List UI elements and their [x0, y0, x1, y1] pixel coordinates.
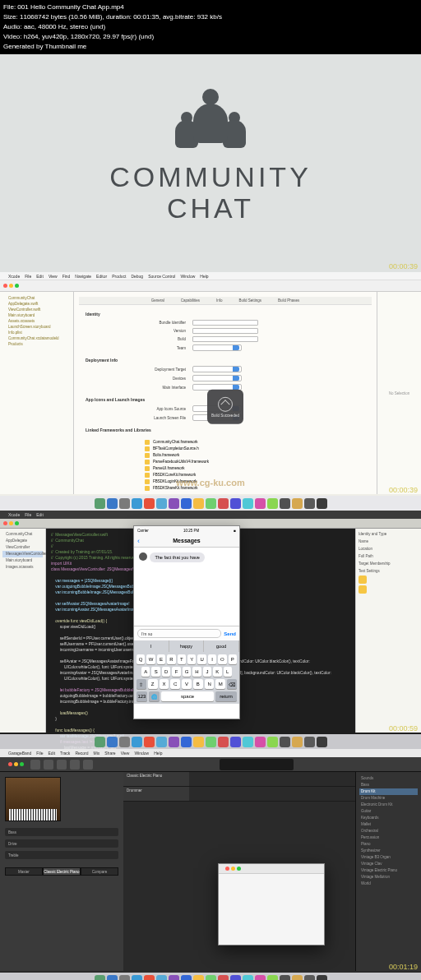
menu-item[interactable]: Mix	[94, 751, 100, 756]
keyboard-key[interactable]: O	[218, 654, 226, 664]
keyboard-key[interactable]: V	[182, 679, 192, 689]
warning-icon[interactable]	[359, 585, 367, 594]
library-item[interactable]: Mallet	[359, 821, 418, 828]
tab-build-phases[interactable]: Build Phases	[278, 298, 299, 303]
menu-item[interactable]: Xcode	[8, 274, 20, 279]
dock-app-icon[interactable]	[304, 975, 315, 981]
library-item[interactable]: Vintage Mellotron	[359, 874, 418, 881]
messages-area[interactable]: The fact that you have	[134, 548, 239, 626]
dock-app-icon[interactable]	[317, 975, 327, 981]
dock-app-icon[interactable]	[119, 498, 130, 509]
library-item[interactable]: Vintage Clav	[359, 861, 418, 867]
keyboard-key[interactable]: ⇧	[136, 679, 146, 689]
dock-app-icon[interactable]	[255, 975, 266, 981]
track-header[interactable]: Classic Electric Piano	[123, 772, 189, 786]
dock-app-icon[interactable]	[169, 737, 179, 747]
slider[interactable]: Drive	[5, 839, 118, 848]
menu-item[interactable]: View	[49, 274, 58, 279]
dock-app-icon[interactable]	[267, 737, 278, 747]
nav-item[interactable]: AppDelegate.swift	[3, 301, 70, 307]
library-item[interactable]: Sounds	[359, 775, 418, 782]
keyboard-key[interactable]: J	[203, 667, 211, 677]
dock-app-icon[interactable]	[280, 498, 290, 509]
dock-app-icon[interactable]	[255, 498, 266, 509]
minimize-icon[interactable]	[14, 762, 18, 766]
key-globe[interactable]: 🌐	[149, 691, 160, 701]
play-button[interactable]	[70, 760, 80, 770]
prediction[interactable]: I	[134, 640, 169, 652]
project-navigator[interactable]: CommunityChat AppDelegate ViewController…	[0, 529, 46, 733]
build-field[interactable]	[192, 336, 258, 342]
dock-app-icon[interactable]	[292, 498, 303, 509]
dock-app-icon[interactable]	[95, 975, 105, 981]
keyboard-key[interactable]: H	[192, 667, 201, 677]
mac-dock[interactable]	[0, 496, 421, 511]
record-button[interactable]	[83, 760, 93, 770]
tab[interactable]: Classic Electric Piano	[43, 867, 81, 876]
keyboard-key[interactable]: X	[160, 679, 169, 689]
team-dropdown[interactable]	[192, 344, 242, 351]
library-panel[interactable]: SoundsBassDrum KitDrum MachineElectronic…	[355, 772, 421, 971]
library-item[interactable]: Bass	[359, 782, 418, 788]
library-item[interactable]: World	[359, 881, 418, 887]
dock-app-icon[interactable]	[107, 737, 118, 747]
dock-app-icon[interactable]	[267, 498, 278, 509]
warning-icon[interactable]	[359, 576, 367, 584]
framework-row[interactable]: Bolts.framework	[145, 452, 372, 459]
dock-app-icon[interactable]	[243, 975, 253, 981]
minimize-icon[interactable]	[231, 867, 235, 871]
keyboard-key[interactable]: E	[157, 654, 165, 664]
key-123[interactable]: 123	[136, 691, 147, 701]
menu-item[interactable]: Edit	[48, 751, 55, 756]
dock-app-icon[interactable]	[119, 737, 130, 747]
dock-app-icon[interactable]	[206, 737, 216, 747]
dock-app-icon[interactable]	[280, 737, 290, 747]
dock-app-icon[interactable]	[292, 737, 303, 747]
nav-item[interactable]: ViewController	[2, 544, 43, 551]
dock-app-icon[interactable]	[218, 737, 229, 747]
dock-app-icon[interactable]	[230, 737, 241, 747]
smart-controls-button[interactable]	[44, 760, 53, 770]
menu-item[interactable]: File	[36, 751, 43, 756]
dock-app-icon[interactable]	[206, 498, 216, 509]
slider[interactable]: Bass	[5, 828, 118, 836]
keyboard-key[interactable]: M	[215, 679, 225, 689]
menu-item[interactable]: File	[25, 512, 31, 517]
dock-app-icon[interactable]	[255, 737, 266, 747]
dock-app-icon[interactable]	[156, 498, 167, 509]
zoom-icon[interactable]	[15, 521, 19, 525]
keyboard-key[interactable]: N	[205, 679, 215, 689]
dock-app-icon[interactable]	[181, 975, 192, 981]
tab[interactable]: Compare	[81, 867, 118, 876]
nav-item[interactable]: Main.storyboard	[3, 312, 70, 318]
track-header[interactable]: Drummer	[123, 787, 189, 801]
keyboard-key[interactable]: K	[213, 667, 221, 677]
track-region[interactable]	[189, 772, 355, 786]
keyboard-key[interactable]: R	[167, 654, 175, 664]
mac-menubar[interactable]: Xcode File Edit View Find Navigate Edito…	[0, 272, 421, 280]
dock-app-icon[interactable]	[218, 975, 229, 981]
send-button[interactable]: Send	[224, 631, 236, 636]
menu-item[interactable]: Help	[154, 751, 162, 756]
keyboard-key[interactable]: T	[178, 654, 186, 664]
framework-row[interactable]: ParseFacebookUtilsV4.framework	[145, 459, 372, 465]
keyboard-key[interactable]: F	[172, 667, 180, 677]
menu-item[interactable]: Window	[180, 274, 195, 279]
tab-capabilities[interactable]: Capabilities	[181, 298, 200, 303]
nav-item[interactable]: AppDelegate	[2, 538, 43, 544]
menu-item[interactable]: Share	[104, 751, 115, 756]
framework-row[interactable]: ParseUI.framework	[145, 465, 372, 472]
prediction[interactable]: good	[204, 640, 239, 652]
menu-item[interactable]: View	[121, 751, 130, 756]
mac-menubar[interactable]: GarageBand File Edit Track Record Mix Sh…	[0, 749, 421, 757]
dock-app-icon[interactable]	[144, 737, 155, 747]
nav-item[interactable]: Products	[3, 341, 70, 347]
menu-item[interactable]: Find	[62, 274, 71, 279]
menu-item[interactable]: Editor	[96, 274, 107, 279]
tab[interactable]: Master	[5, 867, 43, 876]
mac-dock[interactable]	[0, 734, 421, 749]
menu-item[interactable]: Record	[75, 751, 88, 756]
dock-app-icon[interactable]	[132, 498, 142, 509]
tab-general[interactable]: General	[151, 298, 164, 303]
library-item[interactable]: Guitar	[359, 808, 418, 815]
